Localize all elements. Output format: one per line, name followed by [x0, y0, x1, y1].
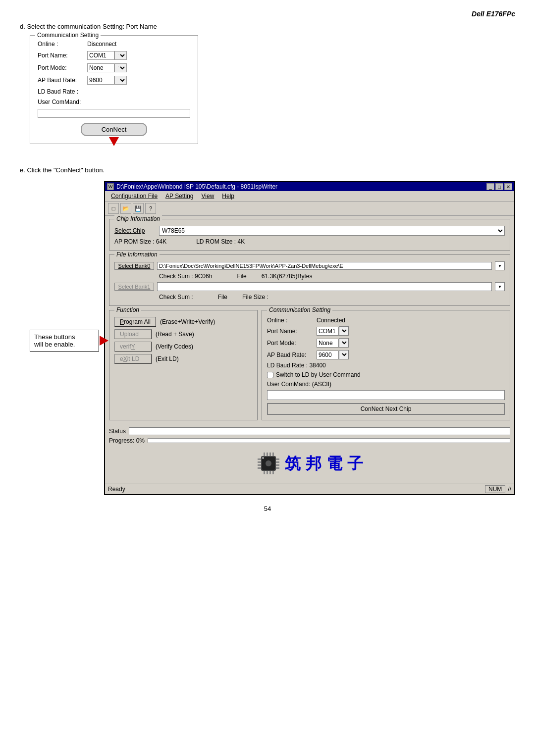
function-box: Function Program All (Erase+Write+Verify… — [109, 310, 258, 420]
close-button[interactable]: ✕ — [504, 183, 512, 190]
logo-area: 筑 邦 電 子 — [109, 446, 510, 481]
side-note-line2: will be enable. — [34, 341, 95, 348]
upload-desc: (Read + Save) — [156, 331, 194, 338]
side-note-box: These buttons will be enable. — [30, 330, 99, 352]
port-name-select-top[interactable]: ▼ — [114, 51, 127, 60]
menu-help[interactable]: Help — [218, 192, 238, 200]
document-title: Dell E176FPc — [472, 10, 515, 18]
svg-rect-12 — [269, 453, 271, 456]
comm-setting-right-title: Communication Setting — [267, 306, 332, 313]
svg-rect-10 — [264, 453, 265, 456]
port-mode-input-top[interactable] — [87, 63, 114, 72]
connect-button-top[interactable]: ConNect — [81, 123, 148, 136]
connect-arrow-icon — [109, 137, 119, 146]
port-mode-select-right[interactable]: ▼ — [339, 338, 349, 348]
ld-rom-size: LD ROM Size : 4K — [196, 238, 245, 245]
ap-baud-label-right: AP Baud Rate: — [267, 352, 317, 358]
connect-btn-area: ConNect — [81, 123, 148, 136]
exit-ld-button[interactable]: eXit LD — [114, 354, 152, 364]
port-name-label-right: Port Name: — [267, 328, 317, 335]
toolbar: □ 📂 💾 ? — [105, 202, 514, 216]
svg-rect-16 — [269, 471, 271, 474]
ready-status: Ready — [108, 486, 125, 493]
user-cmd-label-top: User ComMand: — [38, 99, 87, 105]
svg-rect-4 — [258, 464, 261, 466]
menu-view[interactable]: View — [198, 192, 218, 200]
ap-baud-select-top[interactable]: ▼ — [114, 76, 127, 85]
bank0-path-display: D:\Foniex\Doc\Src\Working\DellNE153FP\Wo… — [157, 262, 492, 270]
bank0-dropdown-arrow[interactable]: ▼ — [495, 261, 505, 270]
app-icon: W — [107, 183, 114, 190]
port-mode-label-top: Port Mode: — [38, 64, 87, 71]
ap-baud-select-right[interactable]: ▼ — [339, 350, 349, 359]
chip-info-box: Chip Information Select Chip W78E65 AP R… — [109, 219, 510, 251]
chip-info-title: Chip Information — [114, 215, 162, 222]
port-name-select-right[interactable]: ▼ — [339, 326, 349, 336]
file1-label: File — [218, 294, 227, 301]
svg-rect-5 — [258, 467, 261, 469]
svg-rect-15 — [267, 471, 268, 474]
ld-baud-label-top: LD Baud Rate : — [38, 88, 87, 95]
new-button[interactable]: □ — [108, 203, 119, 214]
comm-setting-top-box: Communication Setting Online : Disconnec… — [30, 35, 198, 144]
page-header: Dell E176FPc — [20, 10, 515, 18]
comm-setting-top-title: Communication Setting — [35, 32, 101, 39]
verify-button[interactable]: verifY — [114, 342, 152, 352]
file-info-title: File Information — [114, 251, 160, 258]
ap-rom-size: AP ROM Size : 64K — [114, 238, 166, 245]
port-mode-input-right[interactable] — [317, 339, 339, 348]
port-mode-label-right: Port Mode: — [267, 340, 317, 347]
svg-point-19 — [262, 457, 264, 459]
online-value-right: Connected — [317, 317, 345, 324]
svg-rect-9 — [276, 467, 279, 469]
status-area: Status Progress: 0% — [109, 427, 510, 444]
port-mode-select-top[interactable]: ▼ — [114, 63, 127, 72]
maximize-button[interactable]: □ — [495, 183, 503, 190]
menu-ap-setting[interactable]: AP Setting — [161, 192, 197, 200]
open-button[interactable]: 📂 — [120, 203, 131, 214]
app-content: Chip Information Select Chip W78E65 AP R… — [105, 216, 514, 484]
connect-next-chip-button[interactable]: ConNect Next Chip — [267, 403, 505, 415]
svg-rect-7 — [276, 461, 279, 463]
switch-ld-label: Switch to LD by User Command — [276, 371, 361, 378]
check-sum0: Check Sum : 9C06h — [159, 273, 212, 280]
select-bank1-button[interactable]: Select Bank1 — [114, 283, 154, 291]
help-button[interactable]: ? — [145, 203, 156, 214]
upload-button[interactable]: Upload — [114, 329, 152, 339]
num-badge: NUM — [485, 485, 505, 493]
progress-label: Progress: 0% — [109, 437, 145, 444]
ap-baud-input-top[interactable] — [87, 76, 114, 85]
program-all-desc: (Erase+Write+Verify) — [160, 318, 215, 325]
program-all-button[interactable]: Program All — [114, 317, 156, 327]
status-input — [129, 427, 510, 435]
save-button[interactable]: 💾 — [133, 203, 144, 214]
status-label: Status — [109, 428, 126, 435]
exit-ld-desc: (Exit LD) — [156, 355, 179, 362]
svg-rect-3 — [258, 461, 261, 463]
window-controls: _ □ ✕ — [486, 183, 512, 190]
select-bank0-button[interactable]: Select Bank0 — [114, 262, 154, 270]
ap-baud-input-right[interactable] — [317, 351, 339, 359]
app-status-bar: Ready NUM // — [105, 484, 514, 494]
online-label-top: Online : — [38, 41, 87, 48]
bank1-dropdown-arrow[interactable]: ▼ — [495, 282, 505, 291]
chip-select[interactable]: W78E65 — [159, 226, 505, 236]
port-name-input-right[interactable] — [317, 327, 339, 336]
menu-config-file[interactable]: Configuration File — [107, 192, 161, 200]
switch-ld-checkbox[interactable] — [267, 372, 273, 378]
svg-rect-6 — [276, 458, 279, 460]
window-title: D:\Foniex\Appe\Winbond ISP 105\Default.c… — [116, 183, 277, 190]
instruction-d: d. Select the communication Setting: Por… — [20, 23, 515, 30]
svg-rect-2 — [258, 458, 261, 460]
svg-rect-11 — [267, 453, 268, 456]
user-cmd-input-top[interactable] — [38, 109, 190, 118]
title-bar: W D:\Foniex\Appe\Winbond ISP 105\Default… — [105, 182, 514, 191]
minimize-button[interactable]: _ — [486, 183, 494, 190]
svg-point-18 — [266, 460, 271, 466]
user-cmd-input-right[interactable] — [267, 390, 505, 400]
port-name-input-top[interactable] — [87, 51, 114, 60]
comm-setting-right-box: Communication Setting Online : Connected… — [262, 310, 510, 420]
ap-baud-label-top: AP Baud Rate: — [38, 77, 87, 84]
svg-rect-14 — [264, 471, 265, 474]
file-info-box: File Information Select Bank0 D:\Foniex\… — [109, 254, 510, 306]
